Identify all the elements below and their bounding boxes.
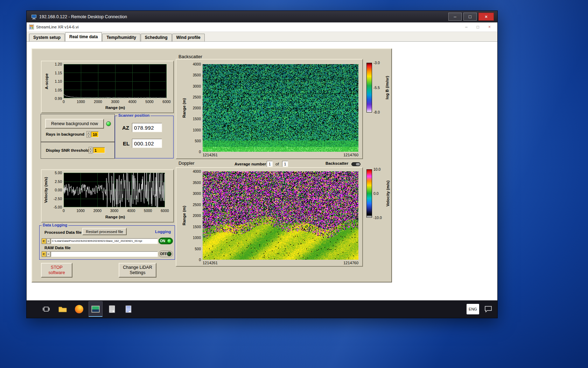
el-value-field: 000.102: [132, 139, 162, 148]
spinner-down-icon[interactable]: ▼: [89, 150, 92, 153]
desktop-background: 192.168.0.122 - Remote Desktop Connectio…: [0, 0, 588, 368]
app-titlebar[interactable]: StreamLine XR v14-6.vi – □ ×: [27, 22, 497, 32]
x-tick-label: 4000: [126, 100, 138, 104]
rdp-window: 192.168.0.122 - Remote Desktop Connectio…: [26, 11, 498, 318]
processed-browse-button[interactable]: ≡: [47, 238, 50, 244]
average-count-field[interactable]: 1: [282, 161, 288, 167]
tab-temp-humidity[interactable]: Temp/humidity: [102, 34, 140, 41]
active-app-button[interactable]: [89, 301, 103, 317]
restart-processed-file-button[interactable]: Restart processed file: [82, 228, 127, 235]
ascope-x-axis-label: Range (m): [80, 105, 150, 110]
tab-system-setup[interactable]: System setup: [29, 34, 65, 41]
colorbar-tick-label: -5.5: [373, 86, 380, 90]
y-tick-label: 2.50: [55, 179, 62, 184]
taskbar-right: ENG: [467, 300, 493, 318]
y-tick-label: 3500: [193, 180, 201, 185]
az-label: AZ: [122, 125, 129, 131]
scan-schedule-app-button[interactable]: [105, 301, 119, 317]
tab-bar: System setup Real time data Temp/humidit…: [27, 32, 497, 42]
document-icon: [109, 305, 115, 313]
raw-drive-button[interactable]: C: [42, 251, 46, 257]
doppler-y-axis-label: Range (m): [182, 206, 186, 225]
renew-background-button[interactable]: Renew background now: [45, 119, 104, 129]
rays-spinner[interactable]: ▲ ▼: [86, 131, 90, 138]
ascope-y-axis-label: A-scope: [44, 73, 49, 89]
rays-in-background-label: Rays in background: [46, 132, 84, 136]
app-window-controls: – □ ×: [465, 25, 491, 29]
spinner-down-icon[interactable]: ▼: [87, 135, 90, 137]
y-tick-label: 1.15: [55, 71, 62, 75]
task-view-button[interactable]: [39, 301, 53, 317]
realtime-panel: A-scope 1.20 1.15 1.10 1.05 0.99 0 1000: [31, 48, 392, 282]
snr-threshold-label: Display SNR threshold: [46, 148, 89, 152]
rdp-minimize-button[interactable]: –: [448, 13, 462, 21]
processed-path-field[interactable]: C:\Lidar\Data\Proc\2023\202309\20230921\…: [51, 238, 158, 244]
velocity-graph-frame: Velocity (m/s) 5.00 2.50 0.00 -2.50 -5.0…: [41, 169, 174, 223]
stop-button-line2: software: [48, 270, 65, 275]
backscatter-x-ticks: 1214261 1214760: [203, 153, 358, 157]
y-tick-label: 4000: [193, 62, 201, 66]
logging-label: Logging: [155, 230, 171, 234]
language-indicator[interactable]: ENG: [467, 304, 479, 314]
doppler-y-ticks: 4000 3500 3000 2500 2000 1500 1000 500 0: [187, 169, 201, 262]
rays-value-field[interactable]: 10: [91, 131, 99, 137]
y-tick-label: 500: [195, 139, 201, 143]
x-tick-label: 1214760: [343, 153, 358, 157]
doppler-colorbar-label: Velocity (m/s): [386, 180, 390, 206]
x-tick-label: 4000: [125, 209, 137, 213]
x-tick-label: 1214261: [203, 153, 218, 157]
backscatter-display-toggle[interactable]: [351, 162, 360, 166]
velocity-x-ticks: 0 1000 2000 3000 4000 5000 6000: [58, 209, 171, 213]
rdp-titlebar[interactable]: 192.168.0.122 - Remote Desktop Connectio…: [27, 11, 497, 22]
ascope-graph-frame: A-scope 1.20 1.15 1.10 1.05 0.99 0 1000: [41, 61, 174, 113]
x-tick-label: 6000: [159, 209, 171, 213]
average-number-field[interactable]: 1: [267, 161, 273, 167]
raw-browse-button[interactable]: ≡: [47, 251, 50, 257]
rdp-window-controls: – □ ×: [448, 13, 494, 21]
spinner-up-icon[interactable]: ▲: [89, 147, 92, 150]
notes-app-button[interactable]: [121, 301, 135, 317]
backscatter-y-axis-label: Range (m): [182, 98, 186, 118]
app-close-button[interactable]: ×: [488, 25, 491, 29]
y-tick-label: 1000: [193, 236, 201, 240]
y-tick-label: 3000: [193, 84, 201, 88]
on-label: ON: [160, 239, 165, 243]
raw-data-file-label: RAW Data file: [44, 246, 71, 250]
change-lidar-settings-button[interactable]: Change LiDAR Settings: [119, 263, 156, 278]
x-tick-label: 0: [58, 100, 70, 104]
notifications-button[interactable]: [483, 301, 493, 317]
app-minimize-button[interactable]: –: [465, 25, 468, 29]
y-tick-label: 1500: [193, 225, 201, 229]
colorbar-tick-label: 0.0: [373, 191, 379, 196]
processed-logging-toggle[interactable]: ON: [159, 238, 173, 244]
spinner-up-icon[interactable]: ▲: [87, 131, 90, 135]
raw-logging-toggle[interactable]: OFF: [159, 251, 173, 257]
firefox-button[interactable]: [72, 301, 86, 317]
stop-software-button[interactable]: STOP software: [41, 263, 72, 278]
x-tick-label: 2000: [92, 100, 104, 104]
rdp-maximize-button[interactable]: □: [463, 13, 477, 21]
x-tick-label: 5000: [144, 100, 155, 104]
snr-spinner[interactable]: ▲ ▼: [89, 147, 92, 154]
y-tick-label: 3500: [193, 73, 201, 77]
firefox-icon: [75, 305, 83, 313]
tab-wind-profile[interactable]: Wind profile: [172, 34, 205, 41]
off-led: [167, 252, 172, 256]
tab-scheduling[interactable]: Scheduling: [141, 34, 172, 41]
x-tick-label: 6000: [161, 100, 173, 104]
notes-document-icon: [125, 305, 132, 313]
file-explorer-button[interactable]: [56, 301, 70, 317]
of-label: of: [275, 162, 279, 166]
task-view-icon: [42, 305, 50, 313]
x-tick-label: 1000: [75, 209, 86, 213]
tab-real-time-data[interactable]: Real time data: [65, 32, 102, 41]
raw-path-field[interactable]: [51, 251, 158, 257]
y-tick-label: 3000: [193, 191, 201, 196]
snr-value-field[interactable]: 1: [93, 147, 105, 153]
processed-drive-button[interactable]: C: [42, 238, 46, 244]
app-maximize-button[interactable]: □: [477, 25, 479, 29]
scanner-position-group: Scanner position AZ 078.992 EL 000.102: [115, 116, 174, 158]
renew-background-label: Renew background now: [51, 121, 98, 126]
rdp-close-button[interactable]: ×: [478, 13, 494, 21]
background-led: [106, 121, 111, 126]
